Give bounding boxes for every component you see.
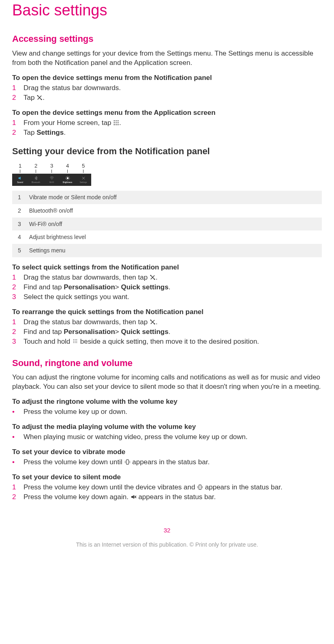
step: 1 From your Home screen, tap . [24,118,322,128]
sub-heading-notification-panel: Setting your device from the Notificatio… [12,145,322,157]
step-text: Press the volume key down again. appears… [24,493,322,502]
text-bold: Settings [36,129,64,136]
drag-handle-icon [72,338,78,345]
step-number: 2 [12,327,24,337]
text: . [169,283,171,291]
vibrate-icon [124,459,131,465]
volume-icon [18,176,23,181]
svg-point-31 [73,342,74,343]
svg-point-4 [118,120,118,121]
step-number: 2 [12,493,24,502]
text-bold: Personalisation [64,328,115,336]
legend-desc: Bluetooth® on/off [25,204,322,218]
callout-num: 5 [82,162,85,170]
heading-accessing: Accessing settings [12,33,322,45]
step-text: Find and tap Personalisation> Quick sett… [24,327,322,337]
step-number: 2 [12,93,24,103]
step: 1 Drag the status bar downwards, then ta… [24,318,322,327]
svg-line-18 [69,179,69,179]
svg-point-1 [41,99,42,100]
step-number: 1 [12,84,24,93]
text: Drag the status bar downwards, then tap [24,274,150,281]
text: Tap [24,94,36,101]
step-text: Drag the status bar downwards, then tap … [24,273,322,282]
qp-sound: Sound [12,174,28,186]
page-title: Basic settings [12,0,322,21]
text-bold: Quick settings [121,283,169,291]
step: 3 Touch and hold beside a quick setting,… [24,337,322,347]
text: Press the volume key down until the devi… [24,483,197,491]
text: Press the volume key down again. [24,493,131,501]
step-number: 1 [12,118,24,128]
legend-num: 5 [12,244,25,257]
step: 1 Drag the status bar downwards, then ta… [24,273,322,282]
settings-icon [81,176,86,181]
step-number: 3 [12,293,24,302]
table-row: 5Settings menu [12,244,322,257]
step: 1 Drag the status bar downwards. [24,84,322,93]
svg-rect-35 [199,485,201,489]
qp-label: Bluetooth [32,181,40,184]
svg-point-23 [150,319,151,321]
table-row: 3Wi-Fi® on/off [12,218,322,231]
step-number: 1 [12,483,24,492]
legend-num: 3 [12,218,25,231]
step: 2 Press the volume key down again. appea… [24,493,322,502]
task-vibrate-mode: To set your device to vibrate mode [12,448,322,457]
step: 2 Find and tap Personalisation> Quick se… [24,283,322,292]
callout-num: 3 [50,162,53,170]
step-number: 3 [12,337,24,347]
step-text: Tap . [24,93,322,103]
svg-point-27 [76,339,77,340]
svg-point-8 [114,124,115,125]
text: > [115,328,121,336]
svg-point-12 [66,177,69,179]
legend-table: 1Vibrate mode or Silent mode on/off 2Blu… [12,191,322,257]
legend-desc: Vibrate mode or Silent mode on/off [25,191,322,204]
bullet-text: When playing music or watching video, pr… [24,433,322,442]
text-bold: Quick settings [121,328,169,336]
table-row: 1Vibrate mode or Silent mode on/off [12,191,322,204]
intro-accessing: View and change settings for your device… [12,49,322,68]
section-accessing: Accessing settings View and change setti… [12,33,322,346]
task-media-volume: To adjust the media playing volume with … [12,422,322,432]
svg-point-2 [114,120,115,121]
svg-point-9 [116,124,116,125]
section-sound: Sound, ringtone and volume You can adjus… [12,357,322,502]
text: Find and tap [24,328,64,336]
text: Drag the status bar downwards, then tap [24,318,150,326]
qp-settings: Settings [75,174,91,186]
svg-point-6 [116,122,116,123]
bullet-item: • Press the volume key up or down. [12,407,322,417]
step-number: 2 [12,128,24,138]
svg-point-5 [114,122,115,123]
bullet-marker: • [12,433,24,442]
bullet-marker: • [12,407,24,417]
step-number: 1 [12,318,24,327]
qp-label: Wi-Fi [49,181,54,184]
step-text: From your Home screen, tap . [24,118,322,128]
table-row: 2Bluetooth® on/off [12,204,322,218]
svg-point-22 [154,279,155,280]
text: appears in the status bar. [203,483,283,491]
step: 2 Tap Settings. [24,128,322,138]
step: 3 Select the quick settings you want. [24,293,322,302]
step-text: Select the quick settings you want. [24,293,322,302]
svg-point-3 [116,120,116,121]
heading-sound: Sound, ringtone and volume [12,357,322,369]
bullet-marker: • [12,458,24,467]
callout-numbers: 1 2 3 4 5 [12,162,91,170]
step: 2 Find and tap Personalisation> Quick se… [24,327,322,337]
task-open-app-screen: To open the device settings menu from th… [12,108,322,118]
settings-cross-icon [150,274,156,280]
qp-label: Sound [17,181,23,184]
bullet-text: Press the volume key up or down. [24,407,322,417]
text: Press the volume key down until [24,458,124,466]
svg-line-20 [69,177,69,177]
page-content: Basic settings Accessing settings View a… [0,0,334,565]
bluetooth-icon [34,176,39,181]
bullet-item: • When playing music or watching video, … [12,433,322,442]
svg-point-25 [73,339,74,340]
step-number: 1 [12,273,24,282]
callout-num: 2 [34,162,37,170]
